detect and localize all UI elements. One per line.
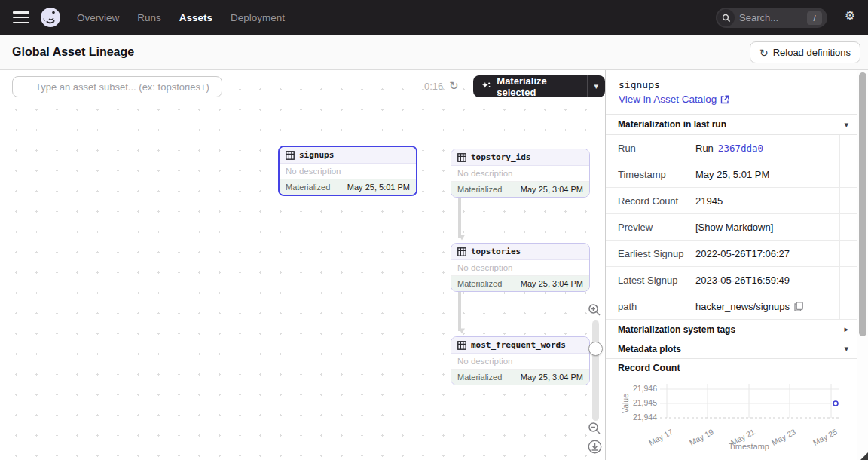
status-timestamp: May 25, 3:04 PM bbox=[521, 373, 583, 382]
search-box[interactable]: / bbox=[716, 8, 827, 28]
asset-node-header: most_frequent_words bbox=[451, 337, 589, 354]
row-label: Run bbox=[606, 135, 686, 161]
nav-item-assets[interactable]: Assets bbox=[179, 12, 212, 23]
x-tick: May 19 bbox=[688, 427, 715, 447]
asset-node-status: Materialized May 25, 5:01 PM bbox=[280, 179, 416, 195]
materialize-label: Materialize selected bbox=[497, 75, 578, 98]
copy-icon[interactable] bbox=[794, 302, 803, 311]
recenter-icon[interactable] bbox=[588, 440, 602, 454]
run-prefix: Run bbox=[695, 143, 714, 154]
section-metadata-plots[interactable]: Metadata plots ▾ bbox=[606, 339, 868, 359]
status-timestamp: May 25, 3:04 PM bbox=[521, 279, 583, 288]
refresh-timer: 0:16 bbox=[424, 81, 443, 92]
asset-node-description: No description bbox=[451, 354, 589, 370]
asset-node-topstory-ids[interactable]: topstory_ids No description Materialized… bbox=[451, 149, 590, 198]
table-row: Run Run 2367dda0 bbox=[606, 135, 868, 161]
status-label: Materialized bbox=[286, 182, 330, 192]
search-shortcut-badge: / bbox=[807, 11, 822, 25]
graph-refresh-icon[interactable]: ↻ bbox=[449, 79, 459, 93]
table-icon bbox=[457, 247, 466, 256]
view-in-asset-catalog-link[interactable]: View in Asset Catalog bbox=[619, 94, 729, 105]
x-tick: May 25 bbox=[811, 427, 839, 447]
status-label: Materialized bbox=[457, 185, 502, 194]
window-resize-corner[interactable] bbox=[860, 452, 868, 460]
path-link[interactable]: hacker_news/signups bbox=[695, 301, 790, 312]
sidebar-asset-name: signups bbox=[619, 79, 660, 90]
record-count-chart: 21,946 21,945 21,944 Value May 17 May 19… bbox=[606, 375, 857, 460]
page-header: Global Asset Lineage ↻ Reload definition… bbox=[0, 35, 868, 70]
zoom-in-icon[interactable] bbox=[588, 303, 601, 317]
row-value: May 25, 5:01 PM bbox=[686, 161, 840, 187]
reload-definitions-button[interactable]: ↻ Reload definitions bbox=[750, 41, 860, 63]
asset-node-signups[interactable]: signups No description Materialized May … bbox=[278, 146, 417, 196]
materialization-metadata-table: Run Run 2367dda0 Timestamp May 25, 5:01 … bbox=[606, 135, 868, 320]
nav-item-runs[interactable]: Runs bbox=[137, 12, 161, 23]
asset-node-name: most_frequent_words bbox=[471, 340, 566, 350]
status-timestamp: May 25, 5:01 PM bbox=[347, 182, 410, 192]
row-label: Timestamp bbox=[606, 161, 686, 187]
asset-node-description: No description bbox=[451, 166, 589, 182]
row-label: path bbox=[606, 293, 686, 319]
asset-node-status: Materialized May 25, 3:04 PM bbox=[451, 370, 589, 385]
settings-gear-icon[interactable]: ⚙ bbox=[845, 10, 855, 22]
asset-node-header: signups bbox=[280, 147, 416, 164]
table-icon bbox=[457, 341, 466, 350]
sidebar-scrollbar-thumb[interactable] bbox=[859, 72, 866, 336]
table-icon bbox=[457, 153, 466, 162]
table-row: Record Count 21945 bbox=[606, 188, 868, 214]
row-value: 2023-05-26T16:59:49 bbox=[686, 267, 840, 293]
asset-node-topstories[interactable]: topstories No description Materialized M… bbox=[451, 243, 590, 292]
nav-item-overview[interactable]: Overview bbox=[77, 12, 119, 23]
asset-node-description: No description bbox=[280, 164, 416, 179]
section-materialization-last-run[interactable]: Materialization in last run ▾ bbox=[606, 114, 868, 135]
nav-links: Overview Runs Assets Deployment bbox=[77, 12, 285, 23]
zoom-slider-handle[interactable] bbox=[588, 342, 603, 356]
zoom-controls bbox=[587, 70, 605, 460]
status-label: Materialized bbox=[457, 373, 502, 382]
asset-node-description: No description bbox=[451, 260, 589, 276]
menu-icon[interactable] bbox=[13, 11, 29, 23]
asset-filter-input[interactable] bbox=[12, 76, 222, 97]
page-title: Global Asset Lineage bbox=[12, 45, 134, 59]
external-link-icon bbox=[720, 95, 729, 104]
refresh-icon: ↻ bbox=[760, 47, 769, 59]
reload-definitions-label: Reload definitions bbox=[773, 47, 851, 58]
status-timestamp: May 25, 3:04 PM bbox=[521, 185, 583, 194]
dagster-logo-icon[interactable] bbox=[39, 6, 62, 29]
caret-down-icon: ▾ bbox=[844, 120, 848, 130]
y-tick: 21,945 bbox=[633, 398, 657, 407]
x-axis-label: Timestamp bbox=[729, 442, 769, 451]
row-value: 2022-05-26T17:06:27 bbox=[686, 241, 840, 266]
table-row: Timestamp May 25, 5:01 PM bbox=[606, 161, 868, 188]
zoom-slider-track[interactable] bbox=[592, 320, 599, 421]
row-value: Run 2367dda0 bbox=[686, 135, 840, 161]
materialize-button[interactable]: Materialize selected bbox=[473, 75, 587, 98]
asset-node-header: topstories bbox=[451, 244, 589, 260]
table-row: Latest Signup 2023-05-26T16:59:49 bbox=[606, 267, 868, 293]
table-row: Preview [Show Markdown] bbox=[606, 214, 868, 241]
caret-down-icon: ▾ bbox=[844, 344, 848, 354]
top-nav: Overview Runs Assets Deployment / ⚙ bbox=[0, 0, 868, 35]
asset-lineage-graph[interactable]: 0:16 ↻ Materialize selected ▾ signups No… bbox=[0, 70, 605, 460]
run-id-link[interactable]: 2367dda0 bbox=[718, 143, 763, 154]
data-point bbox=[833, 401, 838, 406]
section-materialization-system-tags[interactable]: Materialization system tags ▸ bbox=[606, 320, 868, 339]
asset-node-header: topstory_ids bbox=[451, 149, 589, 166]
section-label: Metadata plots bbox=[618, 344, 681, 354]
row-label: Record Count bbox=[606, 188, 686, 213]
search-input[interactable] bbox=[739, 12, 799, 23]
y-tick: 21,946 bbox=[633, 384, 657, 393]
y-axis-label: Value bbox=[621, 394, 630, 413]
asset-node-status: Materialized May 25, 3:04 PM bbox=[451, 276, 589, 291]
show-markdown-link[interactable]: [Show Markdown] bbox=[695, 222, 773, 233]
asset-node-most-frequent-words[interactable]: most_frequent_words No description Mater… bbox=[451, 336, 590, 385]
status-label: Materialized bbox=[457, 279, 502, 288]
section-label: Materialization in last run bbox=[618, 119, 726, 130]
sidebar-scrollbar-track[interactable] bbox=[857, 70, 868, 460]
asset-node-name: topstory_ids bbox=[471, 152, 530, 162]
zoom-out-icon[interactable] bbox=[588, 422, 601, 435]
metadata-plot-title: Record Count bbox=[618, 363, 680, 373]
nav-item-deployment[interactable]: Deployment bbox=[231, 12, 285, 23]
caret-right-icon: ▸ bbox=[844, 324, 848, 334]
table-row: path hacker_news/signups bbox=[606, 293, 868, 320]
